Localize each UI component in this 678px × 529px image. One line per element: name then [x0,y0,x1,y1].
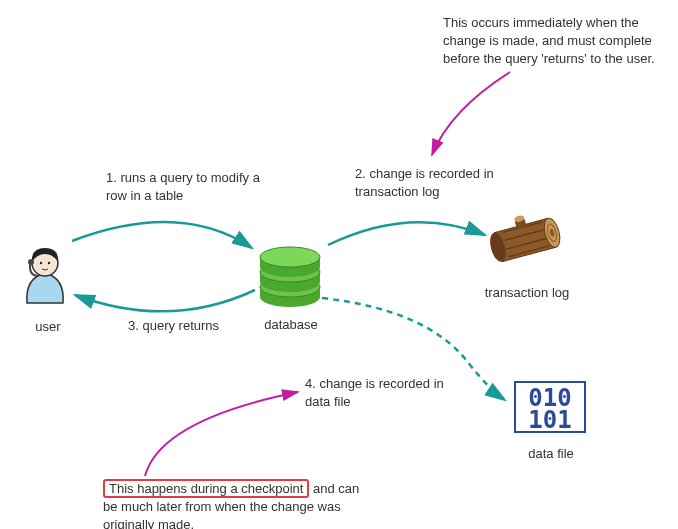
svg-point-15 [546,223,558,242]
step-4-label: 4. change is recorded in data file [305,375,455,411]
svg-text:101: 101 [528,406,571,434]
arrow-step-3 [75,290,255,311]
svg-text:010: 010 [528,384,571,412]
svg-point-0 [32,250,58,276]
svg-rect-13 [494,218,556,261]
datafile-icon: 010 101 [515,382,585,434]
svg-rect-5 [260,287,320,297]
bottom-highlight: This happens during a checkpoint [103,479,309,498]
step-1-label: 1. runs a query to modify a row in a tab… [106,169,276,205]
svg-point-14 [541,216,562,249]
svg-point-19 [514,215,525,223]
svg-point-9 [260,262,320,282]
arrow-step-2 [328,222,485,245]
svg-rect-10 [260,257,320,267]
top-annotation: This occurs immediately when the change … [443,14,663,69]
svg-rect-18 [514,217,526,229]
step-2-label: 2. change is recorded in transaction log [355,165,505,201]
svg-point-16 [549,228,555,237]
svg-rect-20 [515,382,585,432]
svg-point-8 [260,272,320,292]
annotation-arrow-top [432,72,510,155]
arrow-step-1 [72,222,252,248]
svg-point-12 [260,247,320,267]
svg-point-1 [28,259,34,265]
svg-point-3 [48,262,50,264]
user-icon [27,248,63,303]
log-icon [485,207,563,264]
annotation-arrow-bottom [145,392,298,476]
user-label: user [23,318,73,336]
svg-point-4 [260,287,320,307]
txlog-label: transaction log [472,284,582,302]
svg-point-6 [260,277,320,297]
datafile-label: data file [516,445,586,463]
bottom-annotation: This happens during a checkpoint and can… [103,480,363,529]
database-icon [260,247,320,307]
svg-point-11 [260,257,320,277]
database-label: database [256,316,326,334]
svg-rect-7 [260,272,320,282]
svg-point-17 [487,231,508,264]
svg-point-2 [40,262,42,264]
transaction-log-diagram: This occurs immediately when the change … [0,0,678,529]
